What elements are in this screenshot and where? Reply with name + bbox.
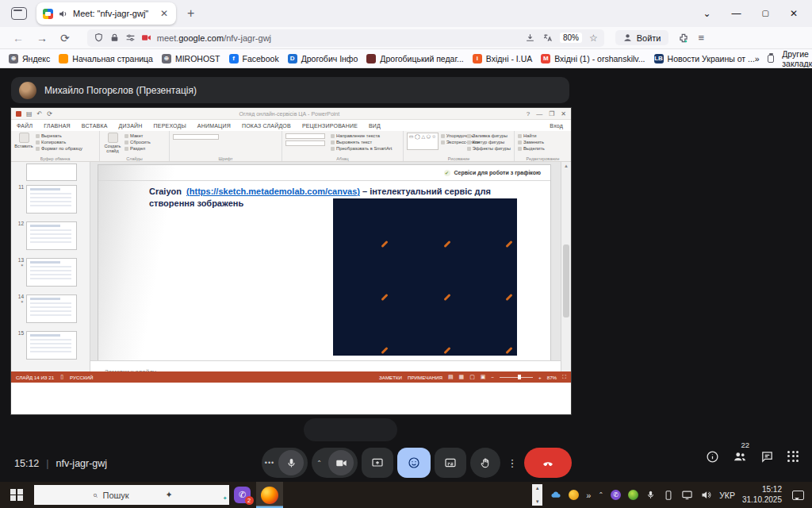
minimize-button[interactable]: — [731, 9, 741, 18]
bookmark-item[interactable]: Начальная страница [59, 54, 153, 64]
slide-thumbnail-image[interactable] [26, 331, 77, 360]
taskbar-search[interactable]: ⌕ Пошук ✦ [34, 485, 229, 505]
ribbon-button[interactable]: Контур фигуры [467, 140, 511, 144]
fit-slide-icon[interactable]: ⛶ [562, 374, 566, 380]
bookmark-star-icon[interactable]: ☆ [589, 33, 598, 44]
ribbon-button[interactable]: Копировать [36, 140, 82, 144]
ppt-signin-link[interactable]: Вход [542, 120, 571, 131]
tab-close-icon[interactable]: ✕ [159, 8, 170, 19]
ribbon-button[interactable]: Вырезать [36, 133, 82, 138]
language-indicator[interactable]: РУССКИЙ [70, 375, 93, 380]
slide-thumbnail[interactable]: 12 [16, 221, 86, 250]
slide-canvas[interactable]: ✔ Сервіси для роботи з графікою Craiyon … [98, 165, 550, 360]
status-notes-button[interactable]: ЗАМЕТКИ [379, 375, 402, 380]
ribbon-button[interactable]: Выровнять текст [331, 140, 392, 144]
bookmark-item[interactable]: Дрогобицький педаг... [366, 54, 463, 64]
ppt-ribbon-tab[interactable]: ПЕРЕХОДЫ [148, 120, 192, 131]
ribbon-button[interactable]: Направление текста [331, 133, 392, 138]
copilot-sparkle-icon[interactable]: ✦ [166, 490, 223, 500]
normal-view-icon[interactable]: ▤ [448, 374, 454, 380]
zoom-out-icon[interactable]: − [491, 375, 494, 380]
downloads-icon[interactable] [525, 33, 535, 43]
taskbar-clock[interactable]: 15:1231.10.2025 [742, 485, 782, 505]
sorter-view-icon[interactable]: ▦ [459, 374, 465, 380]
extensions-icon[interactable] [678, 33, 689, 44]
meeting-info-icon[interactable] [706, 450, 719, 464]
list-tabs-icon[interactable]: ⌄ [703, 9, 710, 18]
ribbon-button[interactable]: Макет [124, 133, 151, 138]
ribbon-button[interactable]: Эффекты фигуры [467, 146, 511, 151]
antivirus-tray-icon[interactable] [628, 490, 638, 500]
bookmark-item[interactable]: M Вхідні (1) - orshanskilv... [541, 54, 645, 64]
volume-icon[interactable] [700, 489, 712, 501]
reading-view-icon[interactable]: ▢ [469, 374, 475, 380]
camera-in-use-icon[interactable] [141, 33, 151, 43]
app-tray-icon[interactable] [569, 490, 579, 500]
onedrive-icon[interactable] [550, 489, 561, 501]
slide-thumbnail[interactable]: 13✶ [16, 258, 86, 287]
activities-icon[interactable] [787, 451, 799, 463]
arrange-button[interactable]: Упорядочить [441, 133, 465, 138]
present-button[interactable] [362, 448, 393, 478]
status-comments-button[interactable]: ПРИМЕЧАНИЯ [408, 375, 442, 380]
ppt-ribbon-tab[interactable]: ВИД [363, 120, 386, 131]
ppt-ribbon-tab[interactable]: ВСТАВКА [76, 120, 113, 131]
redo-icon[interactable]: ⟳ [47, 110, 52, 117]
slide-thumbnail-image[interactable] [26, 221, 77, 250]
scroll-down-icon[interactable]: ▼ [535, 499, 540, 504]
slide-thumbnail-image[interactable] [26, 258, 77, 287]
slide-thumbnail-image[interactable] [26, 294, 77, 323]
scroll-up-icon[interactable]: ▲ [561, 162, 571, 168]
url-bar[interactable]: meet.google.com/nfv-jagr-gwj 80% ☆ [87, 29, 604, 47]
ppt-ribbon-tab[interactable]: ГЛАВНАЯ [38, 120, 76, 131]
zoom-in-icon[interactable]: + [538, 375, 542, 380]
ppt-ribbon-tab[interactable]: ДИЗАЙН [113, 120, 148, 131]
firefox-view-icon[interactable] [11, 7, 27, 20]
ribbon-button[interactable]: Выделить [518, 146, 545, 151]
taskbar-firefox[interactable] [256, 482, 283, 508]
powerpoint-window[interactable]: ▤↶⟳ Огляд онлайн-сервісів ЦА - PowerPoin… [11, 108, 571, 414]
taskbar-scroll[interactable]: ▲▼ [532, 484, 542, 506]
tray-overflow-icon[interactable]: » [586, 491, 591, 500]
zoom-percent[interactable]: 87% [547, 375, 557, 380]
bookmark-item[interactable]: D Дрогобич Інфо [288, 54, 358, 64]
slide-thumbnail-panel[interactable]: 11 12 13✶ 14✶ 15 [11, 162, 90, 383]
captions-button[interactable] [435, 448, 466, 478]
back-button[interactable]: ← [13, 32, 24, 44]
align-buttons[interactable] [285, 140, 325, 146]
ribbon-button[interactable]: Сбросить [124, 140, 151, 144]
zoom-level-badge[interactable]: 80% [560, 33, 582, 43]
slide-thumbnail[interactable]: 15 [16, 331, 86, 360]
maximize-button[interactable]: ▢ [761, 10, 768, 17]
slide-scrollbar[interactable]: ▲ [561, 162, 571, 383]
bookmark-item[interactable]: LB Новости Украины от ... [654, 54, 755, 64]
slide-thumbnail-partial[interactable] [26, 164, 77, 181]
ribbon-button[interactable]: Заменить [518, 140, 545, 144]
other-bookmarks-button[interactable]: Другие закладки [782, 49, 812, 68]
start-button[interactable] [10, 489, 23, 502]
ppt-ribbon-tab[interactable]: РЕЦЕНЗИРОВАНИЕ [297, 120, 363, 131]
zoom-slider[interactable] [500, 377, 533, 378]
phone-link-icon[interactable] [663, 490, 674, 501]
slide-thumbnail-image[interactable] [26, 185, 77, 214]
quick-styles-button[interactable]: Экспресс-стили [441, 140, 465, 144]
scroll-up-icon[interactable]: ▲ [535, 486, 540, 491]
save-icon[interactable]: ▤ [26, 110, 33, 117]
font-name-field[interactable] [173, 134, 219, 140]
ppt-help-icon[interactable]: ? [527, 110, 530, 117]
ppt-ribbon-tab[interactable]: АНИМАЦИЯ [192, 120, 236, 131]
end-call-button[interactable] [524, 448, 572, 478]
undo-icon[interactable]: ↶ [37, 110, 43, 117]
mic-options-icon[interactable]: ••• [262, 459, 278, 467]
reload-button[interactable]: ⟳ [60, 32, 70, 44]
ppt-restore-icon[interactable]: ❐ [549, 110, 554, 117]
ppt-close-icon[interactable]: ✕ [561, 110, 566, 117]
taskbar-viber[interactable]: ✆2 [229, 482, 256, 508]
ribbon-button[interactable]: Раздел [124, 146, 151, 151]
forward-button[interactable]: → [36, 32, 48, 44]
bookmarks-overflow-icon[interactable]: » [755, 54, 760, 64]
bookmark-item[interactable]: f Facebook [229, 54, 279, 64]
list-buttons[interactable] [285, 133, 325, 139]
mic-tray-icon[interactable] [645, 490, 656, 500]
shield-icon[interactable] [94, 33, 104, 43]
